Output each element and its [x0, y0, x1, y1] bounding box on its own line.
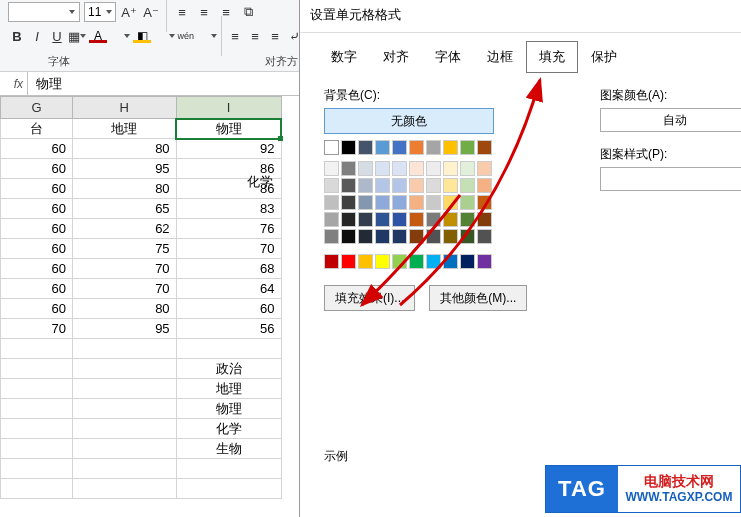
formula-input[interactable]: 物理 [28, 72, 312, 96]
color-swatch[interactable] [358, 161, 373, 176]
color-swatch[interactable] [324, 195, 339, 210]
color-swatch[interactable] [409, 212, 424, 227]
color-swatch[interactable] [426, 140, 441, 155]
color-swatch[interactable] [443, 254, 458, 269]
cell[interactable]: 76 [176, 219, 281, 239]
align-right-button[interactable]: ≡ [217, 3, 235, 21]
color-swatch[interactable] [426, 254, 441, 269]
cell[interactable]: 台 [1, 119, 73, 139]
spreadsheet[interactable]: G H I 台 地理 物理608092609586608086606583606… [0, 96, 312, 499]
color-swatch[interactable] [392, 254, 407, 269]
color-swatch[interactable] [477, 178, 492, 193]
col-header-h[interactable]: H [73, 97, 177, 119]
cell[interactable]: 生物 [176, 439, 281, 459]
cell[interactable]: 60 [1, 199, 73, 219]
color-swatch[interactable] [392, 229, 407, 244]
cell[interactable]: 92 [176, 139, 281, 159]
cell[interactable]: 70 [73, 259, 177, 279]
color-swatch[interactable] [375, 178, 390, 193]
increase-font-button[interactable]: A⁺ [120, 3, 138, 21]
cell[interactable]: 60 [1, 299, 73, 319]
cell[interactable]: 60 [1, 239, 73, 259]
more-colors-button[interactable]: 其他颜色(M)... [429, 285, 527, 311]
font-color-button[interactable]: A [88, 27, 108, 45]
color-swatch[interactable] [409, 254, 424, 269]
color-swatch[interactable] [477, 161, 492, 176]
color-swatch[interactable] [460, 161, 475, 176]
col-header-g[interactable]: G [1, 97, 73, 119]
align-center-button[interactable]: ≡ [195, 3, 213, 21]
cell[interactable]: 60 [1, 259, 73, 279]
color-swatch[interactable] [426, 161, 441, 176]
font-name-combobox[interactable] [8, 2, 80, 22]
color-swatch[interactable] [358, 195, 373, 210]
color-swatch[interactable] [477, 212, 492, 227]
color-swatch[interactable] [409, 178, 424, 193]
merge-button[interactable]: ⧉ [239, 3, 257, 21]
cell[interactable]: 80 [73, 139, 177, 159]
color-swatch[interactable] [426, 229, 441, 244]
cell[interactable]: 56 [176, 319, 281, 339]
pattern-color-dropdown[interactable]: 自动 [600, 108, 741, 132]
color-swatch[interactable] [409, 195, 424, 210]
align-bottom-button[interactable]: ≡ [266, 27, 284, 45]
color-swatch[interactable] [460, 229, 475, 244]
italic-button[interactable]: I [28, 27, 46, 45]
color-swatch[interactable] [358, 140, 373, 155]
color-swatch[interactable] [375, 140, 390, 155]
fill-color-button[interactable]: ◧ [132, 27, 152, 45]
phonetic-button[interactable]: wén [177, 27, 195, 45]
color-swatch[interactable] [375, 195, 390, 210]
cell[interactable]: 95 [73, 319, 177, 339]
border-button[interactable]: ▦ [68, 27, 86, 45]
cell[interactable]: 80 [73, 299, 177, 319]
color-swatch[interactable] [477, 229, 492, 244]
color-swatch[interactable] [392, 195, 407, 210]
color-swatch[interactable] [341, 254, 356, 269]
color-swatch[interactable] [409, 161, 424, 176]
cell[interactable]: 83 [176, 199, 281, 219]
cell[interactable]: 政治 [176, 359, 281, 379]
cell[interactable]: 化学 [176, 419, 281, 439]
tab-protect[interactable]: 保护 [578, 41, 630, 73]
cell[interactable]: 65 [73, 199, 177, 219]
color-swatch[interactable] [443, 161, 458, 176]
color-swatch[interactable] [392, 161, 407, 176]
chevron-down-icon[interactable] [211, 34, 217, 38]
color-swatch[interactable] [443, 195, 458, 210]
tab-number[interactable]: 数字 [318, 41, 370, 73]
cell[interactable]: 地理 [73, 119, 177, 139]
cell[interactable]: 68 [176, 259, 281, 279]
tab-align[interactable]: 对齐 [370, 41, 422, 73]
cell[interactable]: 物理 [176, 399, 281, 419]
color-swatch[interactable] [324, 161, 339, 176]
color-swatch[interactable] [324, 229, 339, 244]
color-swatch[interactable] [426, 212, 441, 227]
cell[interactable]: 60 [1, 179, 73, 199]
font-size-combobox[interactable]: 11 [84, 2, 116, 22]
fill-effects-button[interactable]: 填充效果(I)... [324, 285, 415, 311]
tab-border[interactable]: 边框 [474, 41, 526, 73]
color-swatch[interactable] [409, 140, 424, 155]
cell[interactable]: 70 [73, 279, 177, 299]
selected-cell[interactable]: 物理 [176, 119, 281, 139]
color-swatch[interactable] [460, 195, 475, 210]
align-middle-button[interactable]: ≡ [246, 27, 264, 45]
color-swatch[interactable] [443, 178, 458, 193]
align-top-button[interactable]: ≡ [226, 27, 244, 45]
cell[interactable]: 60 [1, 219, 73, 239]
tab-fill[interactable]: 填充 [526, 41, 578, 73]
cell[interactable]: 75 [73, 239, 177, 259]
color-swatch[interactable] [477, 140, 492, 155]
color-swatch[interactable] [460, 254, 475, 269]
color-swatch[interactable] [460, 212, 475, 227]
color-swatch[interactable] [392, 212, 407, 227]
color-swatch[interactable] [358, 229, 373, 244]
color-swatch[interactable] [358, 254, 373, 269]
cell[interactable]: 64 [176, 279, 281, 299]
color-swatch[interactable] [341, 195, 356, 210]
color-swatch[interactable] [426, 195, 441, 210]
color-swatch[interactable] [324, 254, 339, 269]
color-swatch[interactable] [477, 254, 492, 269]
decrease-font-button[interactable]: A⁻ [142, 3, 160, 21]
